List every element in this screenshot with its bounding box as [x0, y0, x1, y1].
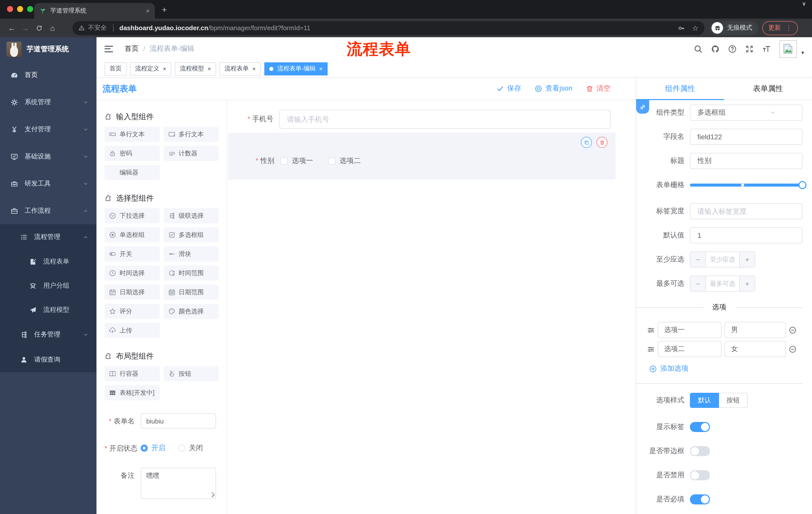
- tag-process-form[interactable]: 流程表单 ×: [220, 62, 261, 75]
- form-remark-textarea[interactable]: 嘿嘿: [141, 468, 216, 499]
- palette-item-date-range[interactable]: 日期范围: [164, 285, 219, 300]
- tag-process-form-edit[interactable]: 流程表单-编辑 ×: [264, 62, 328, 75]
- tag-process-definition[interactable]: 流程定义 ×: [130, 62, 171, 75]
- required-toggle[interactable]: [690, 494, 710, 505]
- status-radio-off[interactable]: 关闭: [178, 443, 203, 453]
- sidebar-item-process-mgmt[interactable]: 流程管理: [0, 224, 96, 249]
- option-value-input[interactable]: [725, 341, 786, 357]
- tab-form-props[interactable]: 表单属性: [724, 77, 812, 100]
- tab-close-icon[interactable]: ×: [146, 7, 150, 15]
- back-button[interactable]: ←: [5, 24, 19, 32]
- option-label-input[interactable]: [658, 322, 722, 338]
- tag-close-icon[interactable]: ×: [319, 65, 323, 72]
- tag-home[interactable]: 首页: [105, 62, 127, 75]
- forward-button[interactable]: →: [19, 24, 32, 32]
- home-button[interactable]: ⌂: [46, 24, 59, 32]
- palette-item-checkbox-group[interactable]: 多选框组: [164, 227, 219, 242]
- palette-item-editor[interactable]: 编辑器: [105, 165, 160, 180]
- drag-handle-icon[interactable]: [647, 345, 655, 353]
- title-input[interactable]: [690, 153, 803, 169]
- github-icon[interactable]: [711, 45, 720, 53]
- sidebar-item-payment[interactable]: 支付管理: [0, 116, 96, 143]
- help-icon[interactable]: [728, 45, 736, 53]
- view-json-button[interactable]: 查看json: [535, 84, 572, 93]
- canvas-field-gender[interactable]: 性别 选项一 选项二: [228, 156, 615, 165]
- sidebar-item-system[interactable]: 系统管理: [0, 88, 96, 116]
- browser-tab[interactable]: 芋道管理系统 ×: [34, 3, 155, 19]
- stepper-plus-button[interactable]: +: [739, 252, 755, 267]
- breadcrumb-home[interactable]: 首页: [125, 44, 139, 53]
- palette-item-row-container[interactable]: 行容器: [105, 366, 160, 381]
- palette-item-cascade[interactable]: 级联选择: [164, 208, 219, 223]
- palette-item-radio-group[interactable]: 单选框组: [105, 227, 160, 242]
- palette-item-slider[interactable]: 滑块: [164, 246, 219, 262]
- avatar-caret-icon[interactable]: ▾: [802, 50, 804, 55]
- palette-item-single-line[interactable]: 单行文本: [105, 127, 160, 142]
- gender-option-1[interactable]: 选项一: [280, 156, 313, 165]
- option-style-button[interactable]: 按钮: [719, 393, 748, 408]
- sidebar-item-process-model[interactable]: 流程模型: [0, 298, 96, 322]
- browser-menu-kebab-icon[interactable]: ⋮: [785, 24, 792, 32]
- field-name-input[interactable]: [690, 129, 803, 145]
- tag-close-icon[interactable]: ×: [163, 65, 166, 72]
- component-type-select[interactable]: 多选框组: [690, 105, 803, 121]
- default-value-input[interactable]: [690, 227, 803, 243]
- copy-component-button[interactable]: [581, 137, 592, 148]
- status-radio-on[interactable]: 开启: [141, 443, 165, 453]
- sidebar-item-task-mgmt[interactable]: 任务管理: [0, 322, 96, 347]
- security-warning-icon[interactable]: [78, 25, 85, 31]
- sidebar-item-devtools[interactable]: 研发工具: [0, 170, 96, 197]
- sidebar-logo[interactable]: 芋道管理系统: [0, 37, 96, 61]
- new-tab-button[interactable]: +: [162, 5, 167, 15]
- sidebar-item-home[interactable]: 首页: [0, 61, 96, 88]
- link-icon[interactable]: [636, 100, 649, 114]
- slider-track[interactable]: [690, 184, 803, 187]
- stepper-minus-button[interactable]: −: [690, 252, 706, 267]
- security-label[interactable]: 不安全: [88, 24, 107, 32]
- option-style-default[interactable]: 默认: [690, 393, 719, 408]
- remove-option-icon[interactable]: [789, 345, 796, 353]
- stepper-plus-button[interactable]: +: [739, 276, 755, 291]
- option-value-input[interactable]: [725, 322, 786, 338]
- palette-item-counter[interactable]: 123计数器: [164, 146, 219, 161]
- form-grid-slider[interactable]: [690, 177, 803, 193]
- palette-item-switch[interactable]: 开关: [105, 246, 160, 262]
- url-bar[interactable]: 不安全 dashboard.yudao.iocoder.cn/bpm/manag…: [72, 21, 704, 35]
- label-width-input[interactable]: [690, 203, 803, 219]
- canvas-field-phone[interactable]: 手机号: [227, 110, 610, 129]
- tag-close-icon[interactable]: ×: [207, 65, 211, 72]
- min-select-placeholder[interactable]: 至少应选: [706, 252, 739, 267]
- drag-handle-icon[interactable]: [647, 326, 655, 334]
- search-icon[interactable]: [694, 45, 702, 53]
- form-name-input[interactable]: [141, 413, 216, 429]
- sidebar-item-user-group[interactable]: 用户分组: [0, 274, 96, 298]
- palette-item-color-picker[interactable]: 颜色选择: [164, 304, 219, 319]
- close-window-button[interactable]: [7, 6, 13, 12]
- show-label-toggle[interactable]: [690, 422, 710, 432]
- fullscreen-icon[interactable]: [745, 45, 754, 53]
- palette-item-date-picker[interactable]: 日期选择: [105, 285, 160, 300]
- palette-item-time-range[interactable]: 时间范围: [164, 266, 219, 281]
- sidebar-item-leave-query[interactable]: 请假查询: [0, 347, 96, 372]
- add-option-button[interactable]: 添加选项: [649, 364, 803, 373]
- checkbox-icon[interactable]: [328, 157, 335, 164]
- clear-button[interactable]: 清空: [586, 84, 610, 93]
- password-key-icon[interactable]: [678, 24, 685, 31]
- sidebar-item-workflow[interactable]: 工作流程: [0, 197, 96, 224]
- tag-close-icon[interactable]: ×: [252, 65, 256, 72]
- border-toggle[interactable]: [690, 446, 710, 456]
- remove-option-icon[interactable]: [789, 326, 796, 334]
- font-size-icon[interactable]: [762, 45, 771, 53]
- gender-option-2[interactable]: 选项二: [328, 156, 361, 165]
- palette-item-select[interactable]: 下拉选择: [105, 208, 160, 223]
- stepper-minus-button[interactable]: −: [690, 276, 706, 291]
- palette-item-rate[interactable]: 评分: [105, 304, 160, 319]
- palette-item-upload[interactable]: 上传: [105, 323, 160, 338]
- slider-handle[interactable]: [799, 181, 807, 189]
- tab-component-props[interactable]: 组件属性: [636, 77, 724, 100]
- palette-item-time-picker[interactable]: 时间选择: [105, 266, 160, 281]
- window-chevron-icon[interactable]: ∨: [802, 0, 806, 7]
- tag-process-model[interactable]: 流程模型 ×: [175, 62, 216, 75]
- bookmark-star-icon[interactable]: ☆: [692, 24, 698, 32]
- minimize-window-button[interactable]: [17, 6, 23, 12]
